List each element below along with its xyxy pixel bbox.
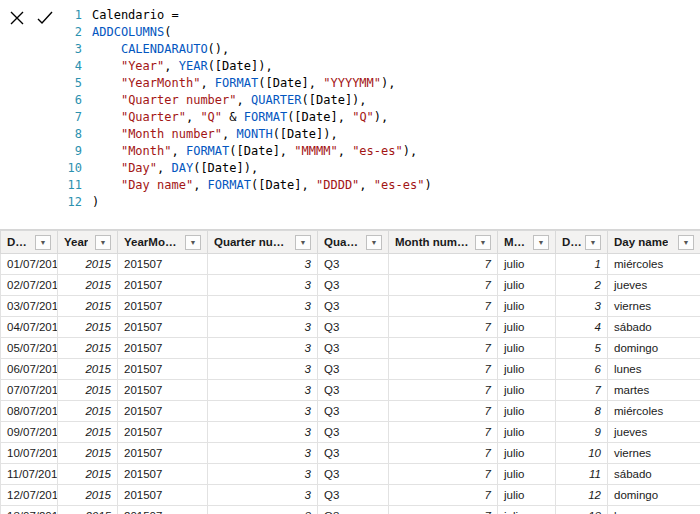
cell-quarter-number[interactable]: 3 bbox=[208, 359, 318, 380]
cell-date[interactable]: 01/07/2015 bbox=[1, 254, 58, 275]
cell-day-name[interactable]: domingo bbox=[608, 485, 700, 506]
cell-date[interactable]: 11/07/2015 bbox=[1, 464, 58, 485]
cell-day[interactable]: 3 bbox=[556, 296, 608, 317]
cell-quarter[interactable]: Q3 bbox=[318, 443, 389, 464]
cell-day-name[interactable]: jueves bbox=[608, 422, 700, 443]
cell-month[interactable]: julio bbox=[498, 296, 556, 317]
filter-dropdown-button[interactable]: ▼ bbox=[185, 235, 201, 250]
cell-month[interactable]: julio bbox=[498, 254, 556, 275]
cell-day[interactable]: 6 bbox=[556, 359, 608, 380]
code-line[interactable]: 8 "Month number", MONTH([Date]), bbox=[62, 126, 700, 143]
filter-dropdown-button[interactable]: ▼ bbox=[475, 235, 491, 250]
confirm-button[interactable] bbox=[34, 8, 56, 30]
cell-day[interactable]: 1 bbox=[556, 254, 608, 275]
column-header-quarter[interactable]: Quarter▼ bbox=[318, 231, 389, 254]
cell-date[interactable]: 13/07/2015 bbox=[1, 506, 58, 514]
column-header-month-number[interactable]: Month number▼ bbox=[389, 231, 498, 254]
cell-month-number[interactable]: 7 bbox=[389, 296, 498, 317]
code-line[interactable]: 7 "Quarter", "Q" & FORMAT([Date], "Q"), bbox=[62, 109, 700, 126]
cell-date[interactable]: 12/07/2015 bbox=[1, 485, 58, 506]
cell-quarter-number[interactable]: 3 bbox=[208, 380, 318, 401]
code-line[interactable]: 9 "Month", FORMAT([Date], "MMMM", "es-es… bbox=[62, 143, 700, 160]
cell-quarter[interactable]: Q3 bbox=[318, 359, 389, 380]
cell-year[interactable]: 2015 bbox=[58, 254, 118, 275]
cell-month-number[interactable]: 7 bbox=[389, 359, 498, 380]
cell-quarter-number[interactable]: 3 bbox=[208, 506, 318, 514]
cell-quarter[interactable]: Q3 bbox=[318, 338, 389, 359]
cell-month-number[interactable]: 7 bbox=[389, 317, 498, 338]
cell-day-name[interactable]: viernes bbox=[608, 443, 700, 464]
cell-day-name[interactable]: jueves bbox=[608, 275, 700, 296]
cell-date[interactable]: 02/07/2015 bbox=[1, 275, 58, 296]
cell-yearmonth[interactable]: 201507 bbox=[118, 338, 208, 359]
code-line[interactable]: 1Calendario = bbox=[62, 7, 700, 24]
cell-day[interactable]: 10 bbox=[556, 443, 608, 464]
cell-day[interactable]: 8 bbox=[556, 401, 608, 422]
cell-month-number[interactable]: 7 bbox=[389, 380, 498, 401]
cell-yearmonth[interactable]: 201507 bbox=[118, 401, 208, 422]
cell-month-number[interactable]: 7 bbox=[389, 275, 498, 296]
cell-month-number[interactable]: 7 bbox=[389, 464, 498, 485]
cell-yearmonth[interactable]: 201507 bbox=[118, 443, 208, 464]
cell-quarter[interactable]: Q3 bbox=[318, 296, 389, 317]
cell-year[interactable]: 2015 bbox=[58, 296, 118, 317]
cell-month[interactable]: julio bbox=[498, 464, 556, 485]
cell-day[interactable]: 12 bbox=[556, 485, 608, 506]
cell-yearmonth[interactable]: 201507 bbox=[118, 485, 208, 506]
cell-month-number[interactable]: 7 bbox=[389, 506, 498, 514]
cell-day-name[interactable]: viernes bbox=[608, 296, 700, 317]
cell-month[interactable]: julio bbox=[498, 380, 556, 401]
cell-yearmonth[interactable]: 201507 bbox=[118, 464, 208, 485]
cell-quarter-number[interactable]: 3 bbox=[208, 464, 318, 485]
cell-quarter[interactable]: Q3 bbox=[318, 485, 389, 506]
dax-code-editor[interactable]: 1Calendario =2ADDCOLUMNS(3 CALENDARAUTO(… bbox=[62, 0, 700, 229]
cell-quarter-number[interactable]: 3 bbox=[208, 338, 318, 359]
cell-yearmonth[interactable]: 201507 bbox=[118, 380, 208, 401]
cell-yearmonth[interactable]: 201507 bbox=[118, 359, 208, 380]
cell-day-name[interactable]: domingo bbox=[608, 338, 700, 359]
filter-dropdown-button[interactable]: ▼ bbox=[585, 235, 601, 250]
cell-yearmonth[interactable]: 201507 bbox=[118, 506, 208, 514]
code-line[interactable]: 3 CALENDARAUTO(), bbox=[62, 41, 700, 58]
cell-yearmonth[interactable]: 201507 bbox=[118, 422, 208, 443]
cell-yearmonth[interactable]: 201507 bbox=[118, 296, 208, 317]
column-header-month[interactable]: Month▼ bbox=[498, 231, 556, 254]
cell-year[interactable]: 2015 bbox=[58, 338, 118, 359]
cell-date[interactable]: 09/07/2015 bbox=[1, 422, 58, 443]
cell-month[interactable]: julio bbox=[498, 275, 556, 296]
cell-day-name[interactable]: martes bbox=[608, 380, 700, 401]
cell-day[interactable]: 13 bbox=[556, 506, 608, 514]
cell-month-number[interactable]: 7 bbox=[389, 254, 498, 275]
code-line[interactable]: 12) bbox=[62, 194, 700, 211]
column-header-yearmonth[interactable]: YearMonth▼ bbox=[118, 231, 208, 254]
cell-month[interactable]: julio bbox=[498, 338, 556, 359]
cell-year[interactable]: 2015 bbox=[58, 380, 118, 401]
cell-quarter-number[interactable]: 3 bbox=[208, 254, 318, 275]
cell-month[interactable]: julio bbox=[498, 359, 556, 380]
cell-day-name[interactable]: sábado bbox=[608, 317, 700, 338]
cell-month-number[interactable]: 7 bbox=[389, 422, 498, 443]
cell-month-number[interactable]: 7 bbox=[389, 443, 498, 464]
cell-quarter[interactable]: Q3 bbox=[318, 401, 389, 422]
column-header-day[interactable]: Day▼ bbox=[556, 231, 608, 254]
column-header-date[interactable]: Date▼ bbox=[1, 231, 58, 254]
cell-quarter[interactable]: Q3 bbox=[318, 464, 389, 485]
cell-quarter-number[interactable]: 3 bbox=[208, 443, 318, 464]
cell-day-name[interactable]: miércoles bbox=[608, 254, 700, 275]
cell-year[interactable]: 2015 bbox=[58, 275, 118, 296]
code-line[interactable]: 6 "Quarter number", QUARTER([Date]), bbox=[62, 92, 700, 109]
cell-day[interactable]: 4 bbox=[556, 317, 608, 338]
cell-day-name[interactable]: lunes bbox=[608, 506, 700, 514]
code-line[interactable]: 4 "Year", YEAR([Date]), bbox=[62, 58, 700, 75]
cell-day-name[interactable]: lunes bbox=[608, 359, 700, 380]
column-header-day-name[interactable]: Day name▼ bbox=[608, 231, 700, 254]
cell-quarter[interactable]: Q3 bbox=[318, 317, 389, 338]
cell-month[interactable]: julio bbox=[498, 485, 556, 506]
cell-year[interactable]: 2015 bbox=[58, 485, 118, 506]
cell-quarter[interactable]: Q3 bbox=[318, 506, 389, 514]
column-header-year[interactable]: Year▼ bbox=[58, 231, 118, 254]
cell-month-number[interactable]: 7 bbox=[389, 401, 498, 422]
cell-yearmonth[interactable]: 201507 bbox=[118, 275, 208, 296]
cell-quarter[interactable]: Q3 bbox=[318, 275, 389, 296]
filter-dropdown-button[interactable]: ▼ bbox=[95, 235, 111, 250]
